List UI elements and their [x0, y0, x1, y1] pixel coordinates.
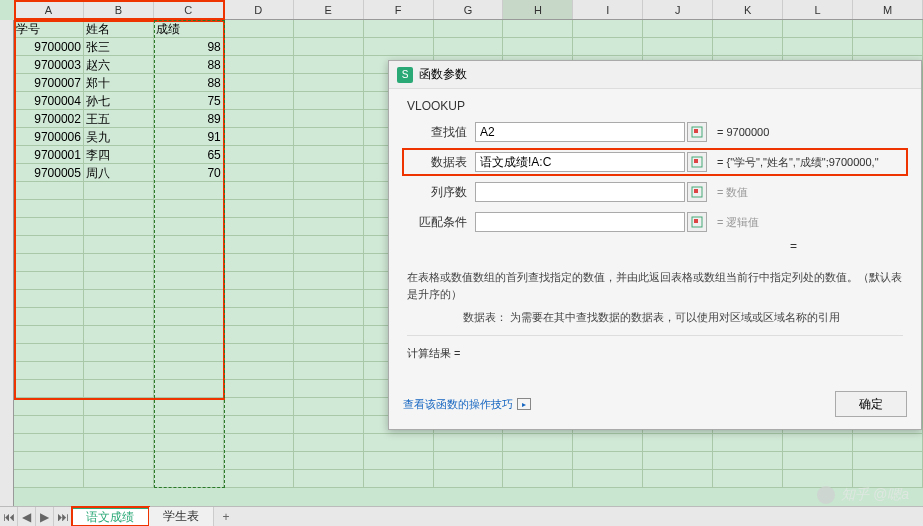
cell[interactable]	[14, 344, 84, 362]
cell[interactable]	[294, 164, 364, 182]
cell[interactable]	[154, 272, 224, 290]
cell[interactable]	[294, 74, 364, 92]
cell[interactable]	[853, 452, 923, 470]
cell[interactable]	[14, 182, 84, 200]
cell[interactable]	[84, 308, 154, 326]
cell[interactable]	[154, 254, 224, 272]
cell[interactable]: 王五	[84, 110, 154, 128]
cell[interactable]	[84, 380, 154, 398]
cell[interactable]	[84, 200, 154, 218]
tab-nav-prev[interactable]: ◀	[18, 507, 36, 526]
cell[interactable]: 89	[154, 110, 224, 128]
cell[interactable]	[434, 20, 504, 38]
cell[interactable]	[154, 380, 224, 398]
cell[interactable]	[783, 434, 853, 452]
cell[interactable]	[503, 434, 573, 452]
cell[interactable]	[643, 434, 713, 452]
cell[interactable]	[84, 416, 154, 434]
cell[interactable]: 张三	[84, 38, 154, 56]
cell[interactable]	[14, 362, 84, 380]
cell[interactable]	[154, 218, 224, 236]
cell[interactable]: 91	[154, 128, 224, 146]
cell[interactable]	[154, 308, 224, 326]
cell[interactable]	[294, 380, 364, 398]
cell[interactable]: 吴九	[84, 128, 154, 146]
sheet-tab[interactable]: 学生表	[149, 507, 214, 526]
cell[interactable]	[14, 254, 84, 272]
cell[interactable]	[224, 470, 294, 488]
cell[interactable]: 65	[154, 146, 224, 164]
cell[interactable]	[84, 218, 154, 236]
tab-nav-next[interactable]: ▶	[36, 507, 54, 526]
cell[interactable]	[224, 254, 294, 272]
cell[interactable]	[294, 38, 364, 56]
cell[interactable]	[84, 398, 154, 416]
cell[interactable]	[224, 434, 294, 452]
add-sheet-button[interactable]: +	[214, 507, 238, 526]
lookup-value-input[interactable]	[475, 122, 685, 142]
cell[interactable]	[224, 200, 294, 218]
column-header-G[interactable]: G	[434, 0, 504, 19]
cell[interactable]	[434, 470, 504, 488]
cell[interactable]	[503, 20, 573, 38]
column-header-C[interactable]: C	[154, 0, 224, 19]
cell[interactable]	[783, 20, 853, 38]
cell[interactable]	[84, 326, 154, 344]
cell[interactable]	[224, 218, 294, 236]
tab-nav-last[interactable]: ⏭	[54, 507, 72, 526]
cell[interactable]	[643, 20, 713, 38]
cell[interactable]	[154, 236, 224, 254]
table-array-input[interactable]	[475, 152, 685, 172]
cell[interactable]: 郑十	[84, 74, 154, 92]
cell[interactable]	[154, 290, 224, 308]
cell[interactable]	[643, 452, 713, 470]
column-header-A[interactable]: A	[14, 0, 84, 19]
cell[interactable]	[294, 182, 364, 200]
cell[interactable]	[294, 56, 364, 74]
cell[interactable]	[294, 434, 364, 452]
cell[interactable]	[294, 146, 364, 164]
cell[interactable]	[154, 200, 224, 218]
cell[interactable]	[294, 200, 364, 218]
tab-nav-first[interactable]: ⏮	[0, 507, 18, 526]
cell[interactable]	[84, 452, 154, 470]
cell[interactable]	[224, 182, 294, 200]
cell[interactable]	[364, 38, 434, 56]
cell[interactable]	[294, 362, 364, 380]
cell[interactable]	[14, 272, 84, 290]
cell[interactable]	[294, 308, 364, 326]
cell[interactable]	[573, 434, 643, 452]
cell[interactable]	[294, 92, 364, 110]
cell[interactable]: 9700005	[14, 164, 84, 182]
cell[interactable]	[14, 200, 84, 218]
cell[interactable]	[294, 326, 364, 344]
cell[interactable]	[643, 38, 713, 56]
cell[interactable]	[713, 452, 783, 470]
cell[interactable]	[14, 326, 84, 344]
cell[interactable]	[434, 434, 504, 452]
cell[interactable]	[14, 236, 84, 254]
cell[interactable]	[224, 308, 294, 326]
cell[interactable]	[154, 416, 224, 434]
cell[interactable]	[503, 452, 573, 470]
match-type-input[interactable]	[475, 212, 685, 232]
cell[interactable]	[224, 20, 294, 38]
cell[interactable]	[224, 110, 294, 128]
cell[interactable]	[294, 20, 364, 38]
cell[interactable]	[853, 20, 923, 38]
cell[interactable]	[294, 290, 364, 308]
cell[interactable]	[224, 344, 294, 362]
cell[interactable]	[84, 344, 154, 362]
cell[interactable]	[853, 38, 923, 56]
help-link[interactable]: 查看该函数的操作技巧 ▸	[403, 397, 531, 412]
cell[interactable]	[224, 380, 294, 398]
column-header-H[interactable]: H	[503, 0, 573, 19]
cell[interactable]	[154, 344, 224, 362]
column-header-I[interactable]: I	[573, 0, 643, 19]
cell[interactable]: 88	[154, 74, 224, 92]
column-header-D[interactable]: D	[224, 0, 294, 19]
cell[interactable]	[434, 452, 504, 470]
column-header-L[interactable]: L	[783, 0, 853, 19]
cell[interactable]: 孙七	[84, 92, 154, 110]
cell[interactable]	[224, 272, 294, 290]
